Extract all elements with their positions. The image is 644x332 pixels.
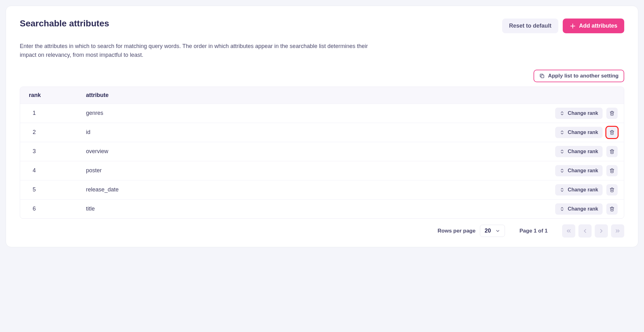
sort-icon [560,206,565,212]
table-row: 3overviewChange rank [20,142,624,161]
column-header-rank: rank [23,92,86,99]
delete-button[interactable] [606,203,618,215]
table-row: 4posterChange rank [20,161,624,180]
change-rank-button[interactable]: Change rank [555,108,603,119]
trash-icon [609,130,614,135]
trash-icon [609,206,614,212]
table-body: 1genresChange rank2idChange rank3overvie… [20,104,624,218]
table-footer: Rows per page 20 Page 1 of 1 [20,224,624,238]
table-row: 2idChange rank [20,123,624,142]
actions-cell: Change rank [555,165,621,176]
delete-button[interactable] [606,127,618,138]
column-header-attribute: attribute [86,92,539,99]
change-rank-label: Change rank [568,187,598,193]
rows-per-page: Rows per page 20 [437,225,505,237]
last-page-button[interactable] [611,224,624,238]
delete-button[interactable] [606,165,618,176]
attribute-cell: genres [86,110,555,116]
rank-cell: 3 [23,148,86,155]
trash-icon [609,187,614,192]
prev-page-button[interactable] [578,224,592,238]
attributes-table: rank attribute 1genresChange rank2idChan… [20,87,624,219]
trash-icon [609,168,614,173]
change-rank-label: Change rank [568,110,598,116]
header-buttons: Reset to default Add attributes [502,19,624,33]
table-row: 6titleChange rank [20,199,624,218]
attribute-cell: id [86,129,555,136]
attribute-cell: title [86,206,555,212]
rank-cell: 5 [23,186,86,193]
pager [562,224,624,238]
svg-rect-2 [541,75,544,78]
trash-icon [609,149,614,154]
rows-per-page-label: Rows per page [437,228,475,234]
table-header: rank attribute [20,87,624,104]
rank-cell: 1 [23,110,86,116]
change-rank-button[interactable]: Change rank [555,146,603,157]
page-title: Searchable attributes [20,19,109,29]
actions-cell: Change rank [555,203,621,215]
change-rank-button[interactable]: Change rank [555,165,603,176]
description-text: Enter the attributes in which to search … [20,42,371,60]
add-attributes-label: Add attributes [579,23,617,29]
chevron-down-icon [495,228,500,233]
sort-icon [560,149,565,154]
attribute-cell: overview [86,148,555,155]
next-page-button[interactable] [595,224,608,238]
rank-cell: 4 [23,167,86,174]
table-row: 1genresChange rank [20,104,624,123]
apply-list-button[interactable]: Apply list to another setting [534,70,624,82]
actions-cell: Change rank [555,146,621,157]
actions-cell: Change rank [555,127,621,138]
rank-cell: 6 [23,206,86,212]
rank-cell: 2 [23,129,86,136]
attribute-cell: poster [86,167,555,174]
change-rank-button[interactable]: Change rank [555,127,603,138]
page-size-select[interactable]: 20 [480,225,505,237]
sort-icon [560,168,565,173]
plus-icon [570,23,576,29]
change-rank-label: Change rank [568,206,598,212]
table-row: 5release_dateChange rank [20,180,624,199]
sort-icon [560,111,565,116]
add-attributes-button[interactable]: Add attributes [563,19,624,33]
change-rank-button[interactable]: Change rank [555,184,603,195]
sort-icon [560,187,565,192]
attribute-cell: release_date [86,186,555,193]
column-header-actions [539,92,621,99]
copy-icon [539,73,545,79]
page-indicator: Page 1 of 1 [519,228,548,234]
change-rank-label: Change rank [568,168,598,174]
change-rank-button[interactable]: Change rank [555,203,603,215]
apply-list-label: Apply list to another setting [548,73,619,79]
delete-button[interactable] [606,108,618,119]
change-rank-label: Change rank [568,130,598,135]
reset-button-label: Reset to default [509,23,551,29]
change-rank-label: Change rank [568,149,598,154]
actions-cell: Change rank [555,108,621,119]
reset-button[interactable]: Reset to default [502,19,558,33]
apply-row: Apply list to another setting [20,70,624,82]
sort-icon [560,130,565,135]
header-row: Searchable attributes Reset to default A… [20,19,624,33]
actions-cell: Change rank [555,184,621,195]
trash-icon [609,111,614,116]
delete-button[interactable] [606,184,618,195]
first-page-button[interactable] [562,224,575,238]
settings-card: Searchable attributes Reset to default A… [6,6,638,247]
page-size-value: 20 [485,228,491,234]
delete-button[interactable] [606,146,618,157]
